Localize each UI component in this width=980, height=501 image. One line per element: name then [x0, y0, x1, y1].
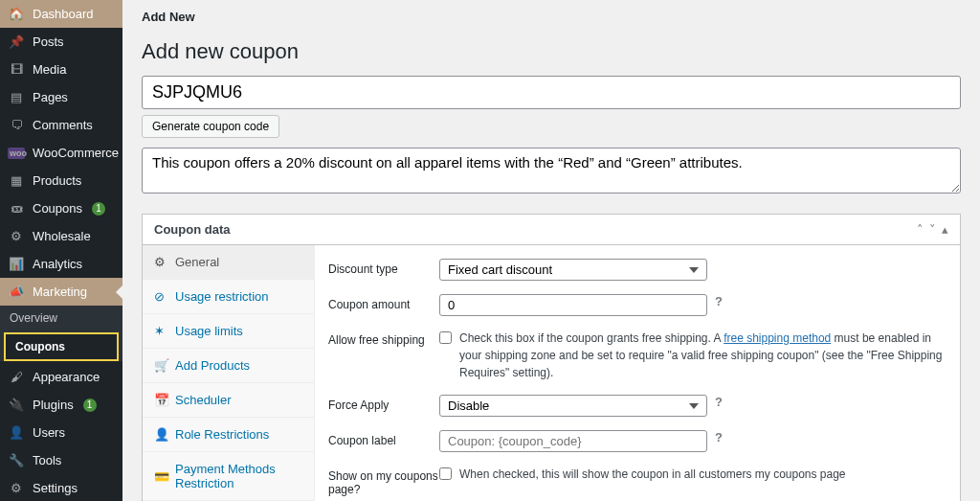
panel-title: Coupon data: [154, 222, 230, 237]
admin-sidebar: 🏠Dashboard 📌Posts 🎞Media ▤Pages 🗨Comment…: [0, 0, 122, 501]
free-shipping-checkbox[interactable]: [439, 331, 452, 344]
help-icon[interactable]: ?: [715, 430, 723, 444]
sidebar-sub-overview[interactable]: Overview: [0, 306, 122, 330]
help-icon[interactable]: ?: [715, 294, 723, 308]
limits-icon: ✶: [154, 324, 167, 338]
free-shipping-label: Allow free shipping: [328, 330, 439, 347]
sidebar-label: Tools: [33, 453, 61, 467]
sidebar-label: WooCommerce: [33, 146, 119, 160]
sidebar-label: Analytics: [33, 257, 82, 271]
page-title: Add new coupon: [142, 32, 961, 76]
tab-usage-restriction[interactable]: ⊘Usage restriction: [143, 280, 314, 314]
tab-usage-limits[interactable]: ✶Usage limits: [143, 314, 314, 349]
coupon-data-panel: Coupon data ˄ ˅ ▴ ⚙General ⊘Usage restri…: [142, 214, 961, 501]
sidebar-label: Coupons: [33, 201, 82, 216]
coupon-description-input[interactable]: This coupon offers a 20% discount on all…: [142, 148, 961, 194]
sidebar-item-marketing[interactable]: 📣Marketing: [0, 278, 122, 306]
sidebar-label: Dashboard: [33, 7, 94, 21]
panel-fields: Discount type Fixed cart discount Coupon…: [315, 245, 960, 501]
main-content: Add New Add new coupon Generate coupon c…: [122, 0, 980, 501]
sidebar-item-appearance[interactable]: 🖌Appearance: [0, 363, 122, 391]
sidebar-item-users[interactable]: 👤Users: [0, 419, 122, 446]
discount-type-label: Discount type: [328, 259, 439, 276]
coupon-label-input[interactable]: [439, 430, 707, 452]
tab-general[interactable]: ⚙General: [143, 245, 314, 280]
panel-up-icon[interactable]: ˄: [917, 222, 924, 237]
sidebar-item-coupons[interactable]: 🎟Coupons1: [0, 194, 122, 222]
card-icon: 💳: [154, 469, 167, 484]
sidebar-label: Wholesale: [33, 229, 91, 243]
show-coupons-page-checkbox[interactable]: [439, 467, 452, 480]
tab-label: Payment Methods Restriction: [175, 462, 302, 490]
calendar-icon: 📅: [154, 393, 167, 407]
media-icon: 🎞: [8, 62, 25, 77]
sidebar-submenu-marketing: Overview Coupons: [0, 306, 122, 361]
sidebar-label: Users: [33, 425, 65, 440]
sidebar-label: Settings: [33, 481, 78, 495]
sidebar-item-comments[interactable]: 🗨Comments: [0, 111, 122, 139]
discount-type-select[interactable]: Fixed cart discount: [439, 259, 707, 281]
users-icon: 👤: [8, 425, 25, 440]
generate-code-button[interactable]: Generate coupon code: [142, 115, 279, 138]
sidebar-sub-coupons[interactable]: Coupons: [4, 332, 119, 361]
sidebar-label: Pages: [33, 90, 68, 104]
sidebar-item-settings[interactable]: ⚙Settings: [0, 474, 122, 501]
badge: 1: [92, 202, 105, 216]
screen-tab-add-new: Add New: [122, 0, 980, 32]
restriction-icon: ⊘: [154, 289, 167, 304]
panel-down-icon[interactable]: ˅: [929, 222, 936, 237]
tab-role-restrictions[interactable]: 👤Role Restrictions: [143, 418, 314, 452]
analytics-icon: 📊: [8, 257, 25, 271]
coupon-code-input[interactable]: [142, 76, 961, 109]
badge: 1: [83, 399, 97, 412]
coupon-amount-input[interactable]: [439, 294, 707, 316]
sidebar-item-plugins[interactable]: 🔌Plugins1: [0, 391, 122, 419]
tab-label: Usage limits: [175, 324, 243, 338]
panel-toggle-icon[interactable]: ▴: [942, 222, 948, 237]
sidebar-label: Comments: [33, 118, 93, 132]
free-shipping-description: Check this box if the coupon grants free…: [459, 330, 947, 381]
tab-payment-methods[interactable]: 💳Payment Methods Restriction: [143, 452, 314, 501]
show-coupons-page-label: Show on my coupons page?: [328, 466, 439, 496]
marketing-icon: 📣: [8, 285, 25, 299]
sidebar-label: Products: [33, 173, 81, 188]
page-icon: ▤: [8, 90, 25, 104]
tab-label: Role Restrictions: [175, 427, 269, 442]
sidebar-item-media[interactable]: 🎞Media: [0, 56, 122, 83]
tab-add-products[interactable]: 🛒Add Products: [143, 349, 314, 383]
sidebar-item-posts[interactable]: 📌Posts: [0, 28, 122, 56]
cart-icon: 🛒: [154, 358, 167, 373]
sidebar-item-pages[interactable]: ▤Pages: [0, 83, 122, 111]
comment-icon: 🗨: [8, 118, 25, 132]
sidebar-item-woocommerce[interactable]: wooWooCommerce: [0, 139, 122, 167]
sidebar-item-tools[interactable]: 🔧Tools: [0, 446, 122, 474]
panel-tabs: ⚙General ⊘Usage restriction ✶Usage limit…: [143, 245, 315, 501]
tab-label: Scheduler: [175, 393, 232, 407]
tab-label: General: [175, 255, 219, 269]
sidebar-label: Appearance: [33, 370, 100, 384]
sidebar-item-analytics[interactable]: 📊Analytics: [0, 250, 122, 278]
sidebar-item-wholesale[interactable]: ⚙Wholesale: [0, 222, 122, 250]
help-icon[interactable]: ?: [715, 395, 723, 409]
sidebar-label: Posts: [33, 34, 64, 49]
coupon-amount-label: Coupon amount: [328, 294, 439, 311]
force-apply-label: Force Apply: [328, 395, 439, 412]
show-coupons-page-description: When checked, this will show the coupon …: [459, 466, 846, 483]
tab-label: Add Products: [175, 358, 250, 373]
sidebar-label: Marketing: [33, 285, 87, 299]
gear-icon: ⚙: [154, 255, 167, 269]
home-icon: 🏠: [8, 7, 25, 21]
panel-header: Coupon data ˄ ˅ ▴: [143, 215, 960, 245]
sidebar-item-products[interactable]: ▦Products: [0, 167, 122, 194]
tools-icon: 🔧: [8, 453, 25, 467]
tab-scheduler[interactable]: 📅Scheduler: [143, 383, 314, 418]
coupon-icon: 🎟: [8, 201, 25, 216]
woo-icon: woo: [8, 148, 25, 159]
appearance-icon: 🖌: [8, 370, 25, 384]
user-icon: 👤: [154, 427, 167, 442]
coupon-label-label: Coupon label: [328, 430, 439, 447]
free-shipping-method-link[interactable]: free shipping method: [724, 331, 831, 345]
sidebar-label: Plugins: [33, 398, 74, 412]
sidebar-item-dashboard[interactable]: 🏠Dashboard: [0, 0, 122, 28]
force-apply-select[interactable]: Disable: [439, 395, 707, 417]
